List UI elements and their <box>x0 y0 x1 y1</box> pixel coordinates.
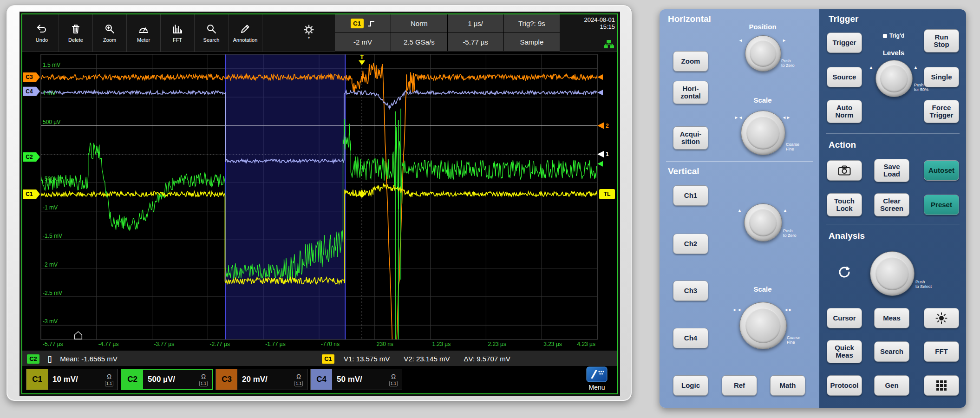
meas-button[interactable]: Meas <box>874 308 909 328</box>
logic-button[interactable]: Logic <box>673 375 708 396</box>
delete-label: Delete <box>68 37 83 43</box>
zoom-icon <box>104 23 115 34</box>
ch1-button[interactable]: Ch1 <box>673 185 708 206</box>
math-button[interactable]: Math <box>770 375 805 396</box>
intensity-button[interactable] <box>924 308 959 328</box>
run-stop-button[interactable]: Run Stop <box>924 29 959 52</box>
cursor-button[interactable]: Cursor <box>827 308 862 328</box>
navigation-knob-note: Push to Select <box>915 280 932 289</box>
rs-logo <box>586 366 608 382</box>
search-button[interactable]: Search <box>195 14 229 52</box>
svg-text:4.23 µs: 4.23 µs <box>577 341 595 347</box>
vertical-position-note: Push to Zero <box>783 229 797 238</box>
c3-name: C3 <box>216 369 237 390</box>
undo-label: Undo <box>36 37 48 43</box>
waveform-display[interactable]: TC3C4C2C112TL1.5 mV1 mV500 µV-500 µV-1 m… <box>22 52 617 351</box>
zoom-panel-button[interactable]: Zoom <box>673 51 708 72</box>
channel-c1-control[interactable]: C1 10 mV/ Ω 1:1 <box>26 369 118 390</box>
fft-panel-button[interactable]: FFT <box>924 341 959 362</box>
touch-lock-button[interactable]: Touch Lock <box>827 193 862 216</box>
channel-c3-control[interactable]: C3 20 mV/ Ω 1:1 <box>216 369 307 390</box>
navigation-knob[interactable] <box>870 251 915 296</box>
c3-impedance: Ω <box>296 373 301 380</box>
svg-text:T: T <box>360 53 364 60</box>
knob-marker-icon: ◄► <box>784 307 792 312</box>
acquisition-mode-cell[interactable]: Sample <box>504 33 560 51</box>
single-button[interactable]: Single <box>924 67 959 87</box>
trigger-button[interactable]: Trigger <box>827 33 862 53</box>
svg-text:1 mV: 1 mV <box>43 90 56 97</box>
svg-text:-1.5 mV: -1.5 mV <box>43 233 62 239</box>
channel-c2-control[interactable]: C2 500 µV/ Ω 1:1 <box>121 369 213 390</box>
gear-icon <box>304 25 314 35</box>
preset-button[interactable]: Preset <box>924 195 959 215</box>
autoset-button[interactable]: Autoset <box>924 160 959 181</box>
quick-meas-button[interactable]: Quick Meas <box>827 340 862 363</box>
horizontal-panel-button[interactable]: Hori- zontal <box>673 81 708 104</box>
svg-text:1: 1 <box>606 151 609 157</box>
settings-button[interactable]: ▾ <box>301 25 317 43</box>
fft-button[interactable]: FFT <box>161 14 195 52</box>
sample-rate-cell[interactable]: 2.5 GSa/s <box>391 33 447 51</box>
section-divider <box>826 133 960 134</box>
horizontal-position-note: Push to Zero <box>781 59 795 68</box>
svg-text:-3 mV: -3 mV <box>43 318 58 325</box>
undo-button[interactable]: Undo <box>25 14 59 52</box>
svg-text:-4.77 µs: -4.77 µs <box>98 341 119 347</box>
c1-measurement-badge: C1 <box>322 354 334 364</box>
trigger-action-analysis-section: Trigger Trigger Source Auto Norm Trig'd … <box>819 9 966 408</box>
knob-marker-icon: ◄ <box>738 38 743 43</box>
trigger-level-cell[interactable]: -2 mV <box>335 33 391 51</box>
trigger-source-cell[interactable]: C1 <box>335 14 391 33</box>
cursor-dv-value: ΔV: 9.5707 mV <box>464 355 510 363</box>
trigd-label: Trig'd <box>889 33 904 39</box>
horizontal-vertical-section: Horizontal Zoom Hori- zontal Acqui- siti… <box>660 9 819 408</box>
trigger-level-knob[interactable] <box>875 60 913 97</box>
menu-button[interactable]: Menu <box>580 366 614 392</box>
c4-scale: 50 mV/ <box>332 369 385 390</box>
meter-icon <box>138 23 149 34</box>
timebase-cell[interactable]: 1 µs/ <box>448 14 503 33</box>
vertical-scale-note: Coarse Fine <box>787 335 800 345</box>
search-panel-button[interactable]: Search <box>874 341 909 362</box>
c1-name: C1 <box>26 369 48 390</box>
vertical-scale-knob[interactable] <box>739 302 787 349</box>
vertical-position-knob[interactable] <box>744 203 782 242</box>
ethernet-status-icon <box>604 40 614 50</box>
ref-button[interactable]: Ref <box>722 375 757 396</box>
save-load-button[interactable]: Save Load <box>874 159 909 182</box>
zoom-button[interactable]: Zoom <box>93 14 127 52</box>
meter-button[interactable]: Meter <box>127 14 161 52</box>
vertical-scale-label: Scale <box>753 285 771 293</box>
horizontal-position-knob[interactable] <box>745 35 781 72</box>
gen-button[interactable]: Gen <box>874 375 909 396</box>
apps-button[interactable] <box>924 375 959 396</box>
fft-icon <box>172 23 183 34</box>
annotation-button[interactable]: Annotation <box>229 14 262 52</box>
section-divider <box>666 161 813 162</box>
trigger-info-cell[interactable]: Trig?: 9s <box>504 14 560 33</box>
force-trigger-button[interactable]: Force Trigger <box>924 100 959 123</box>
channel-c4-control[interactable]: C4 50 mV/ Ω 1:1 <box>310 369 402 390</box>
horizontal-position-cell[interactable]: -5.77 µs <box>448 33 503 51</box>
trigger-levels-label: Levels <box>883 49 905 57</box>
ch3-button[interactable]: Ch3 <box>673 281 708 301</box>
ch2-button[interactable]: Ch2 <box>673 234 708 254</box>
scope-bezel: Undo Delete Zoom <box>6 5 632 401</box>
horizontal-scale-knob[interactable] <box>741 111 785 155</box>
trigger-mode-cell[interactable]: Norm <box>391 14 447 33</box>
horizontal-scale-label: Scale <box>753 96 771 104</box>
ch4-button[interactable]: Ch4 <box>673 328 708 348</box>
trigger-source-button[interactable]: Source <box>827 67 862 87</box>
cursor-v1-value: V1: 13.575 mV <box>344 355 390 363</box>
search-icon <box>206 23 217 34</box>
knob-marker-icon: ►◄ <box>733 307 741 312</box>
svg-text:-1.77 µs: -1.77 µs <box>265 341 286 347</box>
screenshot-button[interactable] <box>827 160 862 181</box>
pencil-icon <box>240 23 251 34</box>
clear-screen-button[interactable]: Clear Screen <box>874 193 909 216</box>
delete-button[interactable]: Delete <box>59 14 93 52</box>
auto-norm-button[interactable]: Auto Norm <box>827 100 862 123</box>
acquisition-panel-button[interactable]: Acqui- sition <box>673 126 708 150</box>
protocol-button[interactable]: Protocol <box>827 375 862 396</box>
